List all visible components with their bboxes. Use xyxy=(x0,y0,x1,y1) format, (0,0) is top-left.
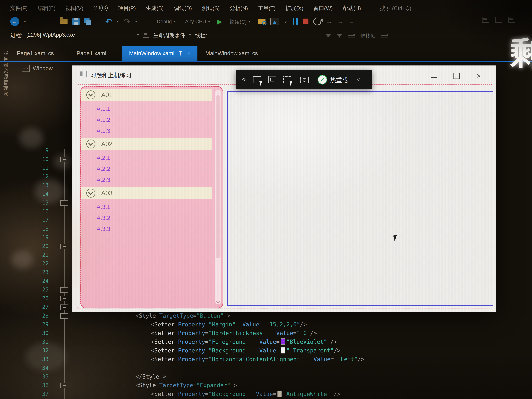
code-line[interactable]: <Setter Property="Background" Value="Ant… xyxy=(136,390,364,398)
fold-collapse-box[interactable] xyxy=(60,304,68,310)
maximize-button[interactable] xyxy=(454,73,460,79)
find-in-files-icon[interactable] xyxy=(258,19,266,24)
list-icon[interactable] xyxy=(508,17,515,23)
lifecycle-dropdown[interactable]: 生命周期事件 xyxy=(153,31,185,39)
show-my-xaml-icon[interactable]: {⊘} xyxy=(298,76,311,84)
menu-item[interactable]: 文件(F) xyxy=(9,3,29,12)
close-tab-icon[interactable]: × xyxy=(187,50,191,57)
stop-debug-icon[interactable] xyxy=(303,19,309,25)
tab-page1-xaml-cs[interactable]: Page1.xaml.cs xyxy=(10,46,61,61)
process-dropdown[interactable]: [2296] WpfApp3.exe ▾ xyxy=(26,32,139,38)
sidebar-tab-server-explorer[interactable]: 服务器资源管理器 xyxy=(2,51,9,98)
list-button-a-1-2[interactable]: A.1.2 xyxy=(81,114,223,125)
split-window-icon[interactable] xyxy=(495,17,502,23)
code-line[interactable]: <Setter Property="Foreground" Value="Blu… xyxy=(136,337,364,346)
code-line[interactable]: <Setter Property="HorizontalContentAlign… xyxy=(136,355,364,364)
track-focused-element-icon[interactable] xyxy=(283,76,291,83)
tab-mainwindow-xaml[interactable]: MainWindow.xaml× xyxy=(122,46,197,61)
menu-item[interactable]: 分析(N) xyxy=(229,3,249,12)
filter-icon[interactable] xyxy=(325,34,331,38)
save-all-icon[interactable] xyxy=(84,18,92,25)
menu-item[interactable]: 工具(T) xyxy=(257,3,277,12)
menu-item[interactable]: 帮助(H) xyxy=(342,3,362,12)
code-line[interactable] xyxy=(136,364,364,372)
fold-collapse-box[interactable] xyxy=(60,244,68,249)
undo-icon[interactable]: ↶ xyxy=(105,17,112,25)
expander-header-a02[interactable]: A02 xyxy=(81,138,212,150)
scrollbar-down-arrow-icon[interactable] xyxy=(216,300,220,304)
tab-page1-xaml[interactable]: Page1.xaml xyxy=(70,46,113,61)
chevron-down-icon[interactable]: ▾ xyxy=(117,19,119,24)
fold-collapse-box[interactable] xyxy=(60,200,68,206)
filter-icon[interactable] xyxy=(337,34,342,38)
xaml-editor[interactable]: <Style TargetType="Button" ><Setter Prop… xyxy=(136,311,364,398)
menu-item[interactable]: 编辑(E) xyxy=(37,3,57,12)
breadcrumb[interactable]: <> Window xyxy=(22,65,53,72)
menu-item[interactable]: 窗口(W) xyxy=(312,3,334,12)
document-outline-icon[interactable] xyxy=(482,17,489,23)
clear-stack-icon[interactable] xyxy=(348,33,355,38)
redo-icon[interactable]: ↷ xyxy=(124,17,130,25)
debug-config-dropdown[interactable]: Debug▾ xyxy=(154,18,178,25)
code-line[interactable]: <Style TargetType="Expander" > xyxy=(136,381,364,390)
go-to-live-visual-tree-icon[interactable]: ⌖ xyxy=(241,76,246,84)
threads-label[interactable]: 线程: xyxy=(195,31,207,39)
code-line[interactable]: </Style > xyxy=(136,372,364,381)
collapse-toolbar-icon[interactable]: < xyxy=(357,76,361,83)
expander-toggle-button[interactable] xyxy=(86,189,95,198)
lifecycle-events-icon[interactable] xyxy=(143,32,149,38)
fold-collapse-box[interactable] xyxy=(60,157,68,162)
list-button-a-3-2[interactable]: A.3.2 xyxy=(81,212,223,223)
enable-selection-icon[interactable] xyxy=(253,76,261,83)
platform-dropdown[interactable]: Any CPU▾ xyxy=(183,18,212,25)
fold-collapse-box[interactable] xyxy=(60,313,68,319)
expander-header-a03[interactable]: A03 xyxy=(81,187,212,199)
list-button-a-3-3[interactable]: A.3.3 xyxy=(81,223,223,234)
list-button-a-1-3[interactable]: A.1.3 xyxy=(81,125,223,136)
code-line[interactable]: <Style TargetType="Button" > xyxy=(136,311,364,320)
menu-item[interactable]: 生成(B) xyxy=(145,3,165,12)
list-button-a-2-2[interactable]: A.2.2 xyxy=(81,163,223,174)
search-box[interactable]: 搜索 (Ctrl+Q) xyxy=(379,3,412,12)
chevron-down-icon[interactable]: ▾ xyxy=(135,19,137,24)
menu-item[interactable]: 调试(D) xyxy=(173,3,193,12)
expander-header-a01[interactable]: A01 xyxy=(81,89,212,101)
tab-mainwindow-xaml-cs[interactable]: MainWindow.xaml.cs xyxy=(199,46,265,61)
menu-item[interactable]: 测试(S) xyxy=(201,3,221,12)
list-button-a-2-3[interactable]: A.2.3 xyxy=(81,174,223,185)
menu-item[interactable]: 项目(P) xyxy=(117,3,137,12)
list-button-a-1-1[interactable]: A.1.1 xyxy=(81,103,223,114)
pin-icon[interactable] xyxy=(179,51,183,56)
stack-list-icon[interactable] xyxy=(381,33,388,38)
browser-link-icon[interactable] xyxy=(270,18,279,25)
scrollbar-thumb[interactable] xyxy=(216,95,221,258)
menu-item[interactable]: 扩展(X) xyxy=(285,3,304,12)
menu-item[interactable]: 视图(V) xyxy=(64,3,84,12)
more-options-icon[interactable]: ▾ xyxy=(284,19,288,24)
menu-item[interactable]: Git(G) xyxy=(92,4,109,11)
fold-collapse-box[interactable] xyxy=(60,383,68,388)
code-line[interactable]: <Setter Property="Background" Value=" Tr… xyxy=(136,346,364,355)
minimize-button[interactable] xyxy=(431,77,437,78)
code-line[interactable]: <Setter Property="BorderThickness" Value… xyxy=(136,329,364,337)
pause-icon[interactable] xyxy=(293,19,298,25)
continue-button[interactable]: 继续(C)▾ xyxy=(227,17,253,26)
list-button-a-2-1[interactable]: A.2.1 xyxy=(81,152,223,163)
open-folder-icon[interactable] xyxy=(60,19,68,24)
list-button-a-3-1[interactable]: A.3.1 xyxy=(81,201,223,212)
scrollbar[interactable] xyxy=(215,90,221,304)
fold-collapse-box[interactable] xyxy=(60,287,68,293)
hot-reload-button[interactable]: ✓ 热重载 xyxy=(317,75,348,84)
chevron-down-icon[interactable]: ▾ xyxy=(24,19,26,24)
code-line[interactable]: <Setter Property="Margin" Value=" 15,2,2… xyxy=(136,320,364,329)
display-layout-adorners-icon[interactable] xyxy=(268,76,276,83)
expander-toggle-button[interactable] xyxy=(86,90,95,99)
continue-play-icon[interactable]: ▶ xyxy=(217,18,222,25)
close-button[interactable]: × xyxy=(476,72,481,80)
step-icons[interactable]: →→→ xyxy=(326,18,355,25)
save-icon[interactable] xyxy=(72,18,80,25)
fold-collapse-box[interactable] xyxy=(60,296,68,301)
restart-icon[interactable] xyxy=(312,16,323,27)
navigate-back-icon[interactable]: ← xyxy=(10,17,19,26)
expander-toggle-button[interactable] xyxy=(86,139,95,148)
